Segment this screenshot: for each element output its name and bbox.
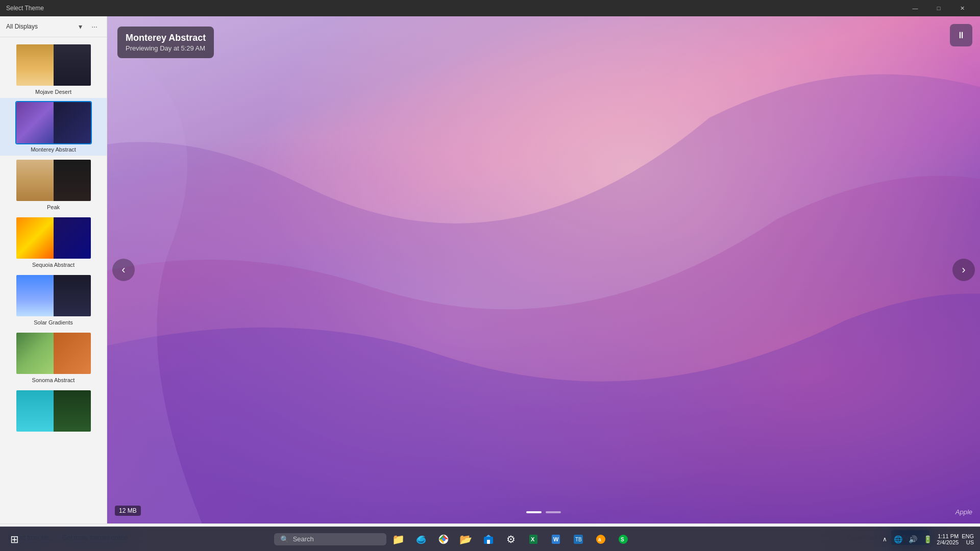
sidebar-item-thumb xyxy=(15,332,92,375)
sidebar-item-name: Mojave Desert xyxy=(35,89,71,95)
sidebar-item-name: Solar Gradients xyxy=(34,319,72,325)
thumb-left xyxy=(16,333,54,374)
battery-icon[interactable]: 🔋 xyxy=(922,535,934,543)
thumb-left xyxy=(16,390,54,432)
clock-time: 1:11 PM xyxy=(938,533,959,539)
svg-text:a: a xyxy=(598,537,601,542)
sidebar-item-name: Sequoia Abstract xyxy=(32,262,75,268)
taskbar-left: ⊞ xyxy=(4,529,24,549)
minimize-button[interactable]: — xyxy=(903,0,927,16)
svg-point-3 xyxy=(442,538,445,541)
sidebar-dropdown-button[interactable]: ▾ xyxy=(74,20,86,33)
sidebar-item-thumb xyxy=(15,101,92,144)
apple-watermark: Apple xyxy=(955,508,972,516)
clock-widget[interactable]: 1:11 PM 2/4/2025 xyxy=(937,533,959,545)
thumb-left xyxy=(16,102,54,143)
thumb-right xyxy=(54,217,91,259)
thumb-right xyxy=(54,160,91,201)
taskbar-edge-button[interactable] xyxy=(411,529,431,549)
taskbar-center: 🔍 Search 📁 📂 ⚙ X W TB a S xyxy=(24,529,883,549)
thumb-right xyxy=(54,102,91,143)
preview-theme-name: Monterey Abstract xyxy=(126,33,206,43)
sidebar-item-peak[interactable]: Peak xyxy=(0,156,107,213)
thumb-right xyxy=(54,275,91,316)
thumb-left xyxy=(16,160,54,201)
clock-date: 2/4/2025 xyxy=(937,539,959,545)
taskbar-chrome-button[interactable] xyxy=(433,529,454,549)
maximize-button[interactable]: □ xyxy=(927,0,950,16)
taskbar-app1-button[interactable]: TB xyxy=(568,529,589,549)
taskbar-app3-button[interactable]: S xyxy=(613,529,633,549)
svg-rect-6 xyxy=(487,540,490,544)
sidebar-item-unknown[interactable] xyxy=(0,386,107,438)
taskbar-search-label: Search xyxy=(293,535,314,543)
sidebar-header-icons: ▾ ··· xyxy=(74,20,101,33)
titlebar: Select Theme — □ ✕ xyxy=(0,0,980,16)
filesize-badge: 12 MB xyxy=(115,506,141,516)
taskbar: ⊞ 🔍 Search 📁 📂 ⚙ X W TB a S xyxy=(0,527,980,551)
dot-2[interactable] xyxy=(546,511,561,513)
sidebar-item-name: Peak xyxy=(47,204,60,210)
thumb-right xyxy=(54,44,91,86)
sidebar-item-thumb xyxy=(15,43,92,87)
next-image-button[interactable]: › xyxy=(952,259,975,281)
sidebar-header: All Displays ▾ ··· xyxy=(0,16,107,37)
language-label: ENG xyxy=(962,533,974,539)
taskbar-excel-button[interactable]: X xyxy=(523,529,544,549)
preview-info: Monterey Abstract Previewing Day at 5:29… xyxy=(117,27,214,58)
svg-marker-5 xyxy=(486,535,491,537)
sys-tray-expand-button[interactable]: ∧ xyxy=(883,536,887,543)
volume-icon[interactable]: 🔊 xyxy=(907,535,919,543)
close-window-button[interactable]: ✕ xyxy=(950,0,974,16)
sidebar-item-solar-gradients[interactable]: Solar Gradients xyxy=(0,271,107,329)
sidebar-item-thumb xyxy=(15,216,92,260)
taskbar-search-bar[interactable]: 🔍 Search xyxy=(274,533,386,545)
preview-swoosh xyxy=(107,16,980,523)
sidebar-item-monterey-abstract[interactable]: Monterey Abstract xyxy=(0,98,107,156)
thumb-right xyxy=(54,333,91,374)
taskbar-settings-button[interactable]: ⚙ xyxy=(501,529,521,549)
sidebar-list: Mojave Desert Monterey Abstract Peak Seq… xyxy=(0,37,107,523)
thumb-left xyxy=(16,275,54,316)
pause-button[interactable]: ⏸ xyxy=(950,24,972,46)
titlebar-title: Select Theme xyxy=(6,5,44,12)
sidebar-item-thumb xyxy=(15,389,92,433)
sidebar-item-name: Sonoma Abstract xyxy=(32,377,75,383)
window-controls: — □ ✕ xyxy=(903,0,974,16)
preview-area: Monterey Abstract Previewing Day at 5:29… xyxy=(107,16,980,523)
windows-start-button[interactable]: ⊞ xyxy=(4,529,24,549)
thumb-left xyxy=(16,44,54,86)
main-container: All Displays ▾ ··· Mojave Desert Montere… xyxy=(0,16,980,551)
prev-image-button[interactable]: ‹ xyxy=(112,259,135,281)
sidebar-more-button[interactable]: ··· xyxy=(88,20,101,33)
sidebar-item-sonoma-abstract[interactable]: Sonoma Abstract xyxy=(0,329,107,386)
svg-text:TB: TB xyxy=(575,537,582,542)
sidebar-item-thumb xyxy=(15,159,92,202)
svg-text:W: W xyxy=(553,536,559,542)
taskbar-store-button[interactable] xyxy=(478,529,499,549)
sidebar-item-sequoia-abstract[interactable]: Sequoia Abstract xyxy=(0,213,107,271)
dot-1[interactable] xyxy=(526,511,542,513)
network-icon[interactable]: 🌐 xyxy=(892,535,904,543)
sidebar-item-name: Monterey Abstract xyxy=(31,146,76,153)
svg-text:X: X xyxy=(531,536,535,542)
sidebar-item-mojave-desert[interactable]: Mojave Desert xyxy=(0,40,107,98)
sidebar-item-thumb xyxy=(15,274,92,317)
sidebar-header-label: All Displays xyxy=(6,23,74,30)
taskbar-word-button[interactable]: W xyxy=(546,529,566,549)
taskbar-search-icon: 🔍 xyxy=(280,535,289,543)
taskbar-right: ∧ 🌐 🔊 🔋 1:11 PM 2/4/2025 ENG US xyxy=(883,533,974,545)
content-area: All Displays ▾ ··· Mojave Desert Montere… xyxy=(0,16,980,523)
thumb-right xyxy=(54,390,91,432)
preview-time-label: Previewing Day at 5:29 AM xyxy=(126,44,206,52)
taskbar-file-explorer-button[interactable]: 📁 xyxy=(388,529,409,549)
svg-text:S: S xyxy=(621,537,624,542)
thumb-left xyxy=(16,217,54,259)
sidebar: All Displays ▾ ··· Mojave Desert Montere… xyxy=(0,16,107,523)
taskbar-app2-button[interactable]: a xyxy=(591,529,611,549)
locale-label: US xyxy=(966,539,974,545)
language-indicator[interactable]: ENG US xyxy=(962,533,974,545)
image-dots xyxy=(526,511,561,513)
taskbar-folder-button[interactable]: 📂 xyxy=(456,529,476,549)
